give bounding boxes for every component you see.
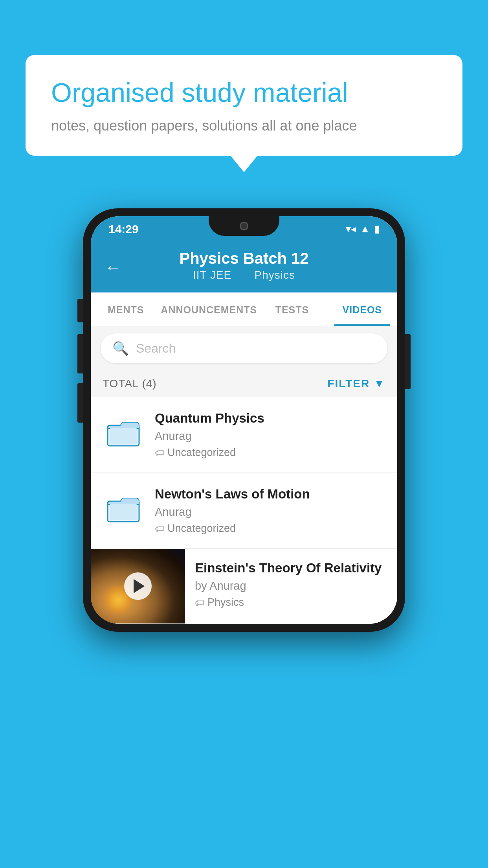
tag-icon: 🏷 (155, 447, 164, 458)
tab-tests[interactable]: TESTS (257, 292, 327, 326)
filter-button[interactable]: FILTER ▼ (327, 377, 385, 390)
header-subtitle-part2: Physics (255, 269, 295, 281)
tab-announcements-label: ANNOUNCEMENTS (161, 304, 257, 315)
video-thumbnail (91, 549, 185, 623)
list-item[interactable]: Newton's Laws of Motion Anurag 🏷 Uncateg… (91, 473, 397, 549)
tag-icon: 🏷 (195, 597, 204, 608)
status-icons: ▾◂ ▲ ▮ (346, 223, 380, 235)
filter-label: FILTER (327, 377, 370, 390)
header-subtitle: IIT JEE Physics (106, 269, 382, 281)
phone-outer: 14:29 ▾◂ ▲ ▮ ← Physics Batch 12 IIT JEE … (83, 208, 405, 632)
tag-icon: 🏷 (155, 523, 164, 534)
battery-icon: ▮ (374, 223, 380, 235)
list-item[interactable]: Einstein's Theory Of Relativity by Anura… (91, 549, 397, 624)
tab-videos[interactable]: VIDEOS (327, 292, 397, 326)
item-info: Newton's Laws of Motion Anurag 🏷 Uncateg… (155, 487, 385, 535)
search-input[interactable]: Search (136, 341, 176, 356)
tab-tests-label: TESTS (275, 304, 309, 315)
side-button-vol-down (77, 383, 83, 423)
tag-label: Uncategorized (167, 522, 236, 535)
bubble-subtitle: notes, question papers, solutions all at… (51, 118, 437, 134)
status-time: 14:29 (108, 223, 139, 236)
filter-row: TOTAL (4) FILTER ▼ (91, 370, 397, 397)
svg-rect-1 (110, 428, 137, 444)
item-title: Quantum Physics (155, 411, 385, 426)
search-icon: 🔍 (112, 340, 129, 356)
side-button-vol-up (77, 334, 83, 373)
phone-wrapper: 14:29 ▾◂ ▲ ▮ ← Physics Batch 12 IIT JEE … (83, 208, 405, 632)
camera (240, 222, 248, 230)
phone-screen: 14:29 ▾◂ ▲ ▮ ← Physics Batch 12 IIT JEE … (91, 216, 397, 624)
item-tag: 🏷 Uncategorized (155, 447, 385, 459)
folder-icon (106, 490, 141, 525)
item-author: Anurag (155, 430, 385, 443)
side-button-mute (77, 299, 83, 322)
app-header: ← Physics Batch 12 IIT JEE Physics (91, 242, 397, 292)
item-thumbnail (103, 487, 144, 528)
video-list: Quantum Physics Anurag 🏷 Uncategorized (91, 397, 397, 624)
side-button-power (405, 334, 411, 389)
header-subtitle-sep (241, 269, 248, 281)
tab-announcements[interactable]: ANNOUNCEMENTS (161, 292, 257, 326)
tab-ments[interactable]: MENTS (91, 292, 161, 326)
header-subtitle-part1: IIT JEE (193, 269, 231, 281)
item-thumbnail (103, 411, 144, 452)
play-button[interactable] (124, 572, 152, 600)
wifi-icon: ▾◂ (346, 223, 356, 235)
tag-label: Physics (207, 596, 244, 609)
tag-label: Uncategorized (167, 447, 236, 459)
total-count: TOTAL (4) (103, 377, 157, 390)
bubble-title: Organised study material (51, 77, 437, 109)
svg-rect-3 (110, 504, 137, 520)
play-icon (134, 579, 145, 593)
header-title: Physics Batch 12 (106, 250, 382, 267)
tabs-bar: MENTS ANNOUNCEMENTS TESTS VIDEOS (91, 292, 397, 326)
item-tag: 🏷 Physics (195, 596, 387, 609)
item-title: Newton's Laws of Motion (155, 487, 385, 502)
speech-bubble: Organised study material notes, question… (26, 55, 462, 156)
search-box[interactable]: 🔍 Search (101, 333, 387, 363)
item-tag: 🏷 Uncategorized (155, 522, 385, 535)
filter-icon: ▼ (374, 377, 385, 390)
list-item[interactable]: Quantum Physics Anurag 🏷 Uncategorized (91, 397, 397, 473)
folder-icon (106, 414, 141, 449)
item-author: Anurag (155, 506, 385, 519)
item-author: by Anurag (195, 579, 387, 592)
status-bar: 14:29 ▾◂ ▲ ▮ (91, 216, 397, 242)
search-container: 🔍 Search (91, 326, 397, 370)
tab-videos-label: VIDEOS (343, 304, 382, 315)
item-info: Quantum Physics Anurag 🏷 Uncategorized (155, 411, 385, 459)
back-button[interactable]: ← (105, 257, 122, 277)
item-title: Einstein's Theory Of Relativity (195, 561, 387, 576)
notch (209, 216, 279, 236)
item-info: Einstein's Theory Of Relativity by Anura… (185, 549, 397, 620)
signal-icon: ▲ (360, 223, 370, 235)
speech-bubble-container: Organised study material notes, question… (26, 55, 462, 156)
tab-ments-label: MENTS (108, 304, 144, 315)
